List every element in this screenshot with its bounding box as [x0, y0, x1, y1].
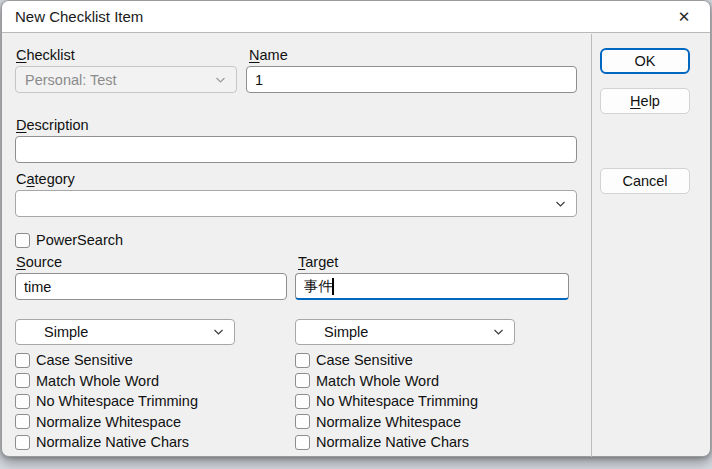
chevron-down-icon: [214, 73, 227, 86]
target-case-sensitive-row[interactable]: Case Sensitive: [295, 352, 478, 368]
checkbox-label: Normalize Native Chars: [316, 434, 469, 450]
target-match-mode-value: Simple: [296, 324, 368, 340]
description-label: Description: [16, 117, 89, 134]
text-caret: [332, 278, 334, 295]
source-input[interactable]: [15, 273, 287, 300]
source-options-column: Case Sensitive Match Whole Word No White…: [15, 352, 198, 455]
target-no-whitespace-trimming-checkbox[interactable]: [295, 394, 310, 409]
chevron-down-icon: [554, 197, 567, 210]
target-input[interactable]: [295, 273, 569, 300]
cancel-button-label: Cancel: [622, 173, 667, 189]
target-label: Target: [298, 254, 338, 271]
source-label: Source: [16, 254, 62, 271]
checkbox-label: No Whitespace Trimming: [36, 393, 198, 409]
checkbox-label: Match Whole Word: [36, 373, 159, 389]
target-match-mode-select[interactable]: Simple: [295, 319, 515, 345]
source-normalize-whitespace-checkbox[interactable]: [15, 414, 30, 429]
checklist-select: Personal: Test: [15, 66, 237, 93]
close-icon: ✕: [678, 8, 691, 26]
checkbox-label: Normalize Whitespace: [36, 414, 181, 430]
chevron-down-icon: [492, 326, 505, 339]
checkbox-label: Match Whole Word: [316, 373, 439, 389]
checkbox-label: Case Sensitive: [316, 352, 413, 368]
powersearch-label: PowerSearch: [36, 232, 123, 248]
source-no-whitespace-trimming-row[interactable]: No Whitespace Trimming: [15, 393, 198, 409]
titlebar: New Checklist Item ✕: [2, 1, 710, 33]
new-checklist-item-dialog: New Checklist Item ✕ Checklist Personal:…: [1, 0, 711, 457]
source-match-whole-word-checkbox[interactable]: [15, 373, 30, 388]
checklist-label: Checklist: [16, 47, 75, 64]
checkbox-label: Normalize Native Chars: [36, 434, 189, 450]
target-normalize-whitespace-row[interactable]: Normalize Whitespace: [295, 414, 478, 430]
chevron-down-icon: [212, 326, 225, 339]
checkbox-label: Normalize Whitespace: [316, 414, 461, 430]
source-case-sensitive-row[interactable]: Case Sensitive: [15, 352, 198, 368]
checkbox-label: No Whitespace Trimming: [316, 393, 478, 409]
checklist-selected-value: Personal: Test: [16, 72, 117, 88]
name-label: Name: [249, 47, 288, 64]
close-button[interactable]: ✕: [667, 5, 701, 29]
category-select[interactable]: [15, 190, 577, 217]
ok-button-label: OK: [635, 53, 656, 69]
target-normalize-native-chars-checkbox[interactable]: [295, 435, 310, 450]
name-input[interactable]: [246, 66, 577, 93]
source-no-whitespace-trimming-checkbox[interactable]: [15, 394, 30, 409]
target-match-whole-word-checkbox[interactable]: [295, 373, 310, 388]
help-button[interactable]: Help: [600, 88, 690, 114]
source-match-mode-value: Simple: [16, 324, 88, 340]
help-button-label: Help: [630, 93, 660, 109]
powersearch-checkbox[interactable]: [15, 233, 30, 248]
target-options-column: Case Sensitive Match Whole Word No White…: [295, 352, 478, 455]
source-normalize-native-chars-checkbox[interactable]: [15, 435, 30, 450]
target-match-whole-word-row[interactable]: Match Whole Word: [295, 373, 478, 389]
target-normalize-native-chars-row[interactable]: Normalize Native Chars: [295, 434, 478, 450]
ok-button[interactable]: OK: [600, 48, 690, 74]
target-case-sensitive-checkbox[interactable]: [295, 353, 310, 368]
cancel-button[interactable]: Cancel: [600, 168, 690, 194]
source-match-whole-word-row[interactable]: Match Whole Word: [15, 373, 198, 389]
window-title: New Checklist Item: [2, 8, 143, 25]
powersearch-checkbox-row[interactable]: PowerSearch: [15, 232, 123, 248]
source-case-sensitive-checkbox[interactable]: [15, 353, 30, 368]
target-no-whitespace-trimming-row[interactable]: No Whitespace Trimming: [295, 393, 478, 409]
description-input[interactable]: [15, 136, 577, 163]
checkbox-label: Case Sensitive: [36, 352, 133, 368]
source-match-mode-select[interactable]: Simple: [15, 319, 235, 345]
category-label: Category: [16, 171, 75, 188]
source-normalize-whitespace-row[interactable]: Normalize Whitespace: [15, 414, 198, 430]
target-normalize-whitespace-checkbox[interactable]: [295, 414, 310, 429]
source-normalize-native-chars-row[interactable]: Normalize Native Chars: [15, 434, 198, 450]
panel-divider: [591, 34, 592, 457]
